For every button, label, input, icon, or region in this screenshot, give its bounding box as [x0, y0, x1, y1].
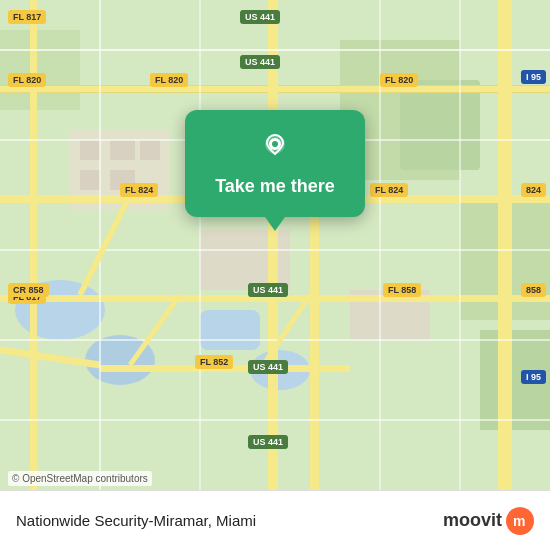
svg-rect-13	[140, 140, 160, 160]
highway-label-us441-l: US 441	[248, 360, 288, 374]
svg-rect-11	[80, 140, 100, 160]
highway-label-i95-b: I 95	[521, 370, 546, 384]
highway-label-cr858: CR 858	[8, 283, 49, 297]
location-name: Nationwide Security-Miramar, Miami	[16, 512, 256, 529]
highway-label-us441-t2: US 441	[240, 55, 280, 69]
highway-label-fl824-r: FL 824	[370, 183, 408, 197]
take-me-there-label: Take me there	[215, 176, 335, 197]
bottom-bar: Nationwide Security-Miramar, Miami moovi…	[0, 490, 550, 550]
map-container: FL 817 US 441 US 441 FL 820 FL 820 FL 82…	[0, 0, 550, 490]
moovit-text: moovit	[443, 510, 502, 531]
highway-label-fl858-r: FL 858	[383, 283, 421, 297]
map-attribution: © OpenStreetMap contributors	[8, 471, 152, 486]
highway-label-824-fr: 824	[521, 183, 546, 197]
map-svg	[0, 0, 550, 490]
svg-rect-27	[268, 0, 278, 490]
location-pin-icon	[257, 130, 293, 166]
highway-label-us441-b: US 441	[248, 435, 288, 449]
highway-label-fl852: FL 852	[195, 355, 233, 369]
svg-rect-12	[110, 140, 135, 160]
svg-rect-26	[30, 330, 37, 490]
svg-rect-14	[80, 170, 100, 190]
svg-rect-2	[400, 80, 480, 170]
moovit-logo: moovit m	[443, 507, 534, 535]
highway-label-fl820-l: FL 820	[8, 73, 46, 87]
highway-label-fl820-r: FL 820	[380, 73, 418, 87]
svg-rect-3	[0, 30, 80, 110]
svg-rect-29	[498, 0, 512, 490]
svg-rect-8	[200, 310, 260, 350]
highway-label-fl817-tl: FL 817	[8, 10, 46, 24]
take-me-there-popup[interactable]: Take me there	[185, 110, 365, 217]
highway-label-i95-t: I 95	[521, 70, 546, 84]
highway-label-us441-t: US 441	[240, 10, 280, 24]
svg-rect-28	[310, 200, 319, 490]
highway-label-fl820-c: FL 820	[150, 73, 188, 87]
svg-text:m: m	[513, 513, 525, 529]
moovit-dot: m	[506, 507, 534, 535]
moovit-icon: m	[511, 512, 529, 530]
highway-label-us441-m: US 441	[248, 283, 288, 297]
highway-label-fl824-l: FL 824	[120, 183, 158, 197]
highway-label-858-fr: 858	[521, 283, 546, 297]
svg-point-44	[272, 141, 278, 147]
